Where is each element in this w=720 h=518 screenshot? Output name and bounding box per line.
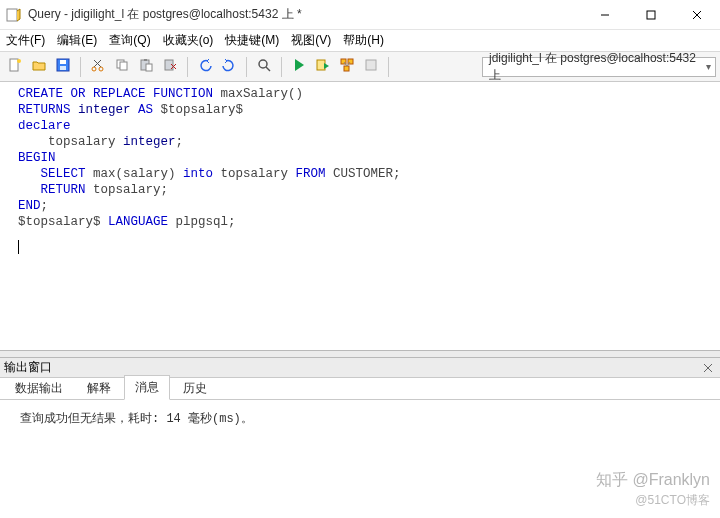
new-file-button[interactable]: [4, 56, 26, 78]
titlebar: Query - jdigilight_l 在 postgres@localhos…: [0, 0, 720, 30]
output-panel-title: 输出窗口: [0, 358, 720, 378]
toolbar-separator: [80, 57, 81, 77]
new-file-icon: [7, 57, 23, 76]
save-button[interactable]: [52, 56, 74, 78]
svg-rect-25: [344, 66, 349, 71]
svg-rect-15: [120, 62, 127, 70]
stop-button[interactable]: [360, 56, 382, 78]
toolbar-separator: [246, 57, 247, 77]
cut-button[interactable]: [87, 56, 109, 78]
text-cursor: [18, 240, 714, 254]
svg-rect-5: [10, 59, 18, 71]
toolbar-separator: [281, 57, 282, 77]
output-body: 查询成功但无结果，耗时: 14 毫秒(ms)。: [0, 400, 720, 500]
search-icon: [256, 57, 272, 76]
run-pgscript-button[interactable]: [312, 56, 334, 78]
svg-rect-9: [60, 66, 66, 70]
svg-rect-17: [144, 59, 147, 61]
explain-icon: [339, 57, 355, 76]
toolbar: jdigilight_l 在 postgres@localhost:5432 上…: [0, 52, 720, 82]
toolbar-separator: [187, 57, 188, 77]
menu-edit[interactable]: 编辑(E): [57, 32, 97, 49]
minimize-button[interactable]: [582, 0, 628, 30]
menu-file[interactable]: 文件(F): [6, 32, 45, 49]
svg-rect-0: [7, 9, 17, 21]
undo-icon: [197, 57, 213, 76]
sql-code[interactable]: CREATE OR REPLACE FUNCTION maxSalary() R…: [18, 86, 714, 230]
tab-messages[interactable]: 消息: [124, 375, 170, 400]
toolbar-separator: [388, 57, 389, 77]
connection-label: jdigilight_l 在 postgres@localhost:5432 上: [489, 50, 706, 84]
svg-point-20: [259, 60, 267, 68]
svg-rect-2: [647, 11, 655, 19]
clear-button[interactable]: [159, 56, 181, 78]
clear-icon: [162, 57, 178, 76]
menu-favorites[interactable]: 收藏夹(o): [163, 32, 214, 49]
output-title-text: 输出窗口: [4, 359, 52, 376]
output-message: 查询成功但无结果，耗时: 14 毫秒(ms)。: [20, 410, 714, 428]
output-tabs: 数据输出 解释 消息 历史: [0, 378, 720, 400]
svg-rect-22: [317, 60, 325, 70]
copy-icon: [114, 57, 130, 76]
redo-icon: [221, 57, 237, 76]
svg-rect-28: [366, 60, 376, 70]
run-icon: [291, 57, 307, 76]
search-button[interactable]: [253, 56, 275, 78]
menu-shortcuts[interactable]: 快捷键(M): [225, 32, 279, 49]
open-folder-icon: [31, 57, 47, 76]
run-button[interactable]: [288, 56, 310, 78]
undo-button[interactable]: [194, 56, 216, 78]
svg-rect-8: [60, 60, 66, 64]
chevron-down-icon: ▾: [706, 61, 711, 72]
open-button[interactable]: [28, 56, 50, 78]
cut-icon: [90, 57, 106, 76]
explain-button[interactable]: [336, 56, 358, 78]
svg-line-21: [266, 67, 270, 71]
svg-point-13: [99, 67, 103, 71]
menu-view[interactable]: 视图(V): [291, 32, 331, 49]
tab-data-output[interactable]: 数据输出: [4, 376, 74, 400]
stop-icon: [363, 57, 379, 76]
svg-rect-18: [146, 64, 152, 71]
close-button[interactable]: [674, 0, 720, 30]
menu-help[interactable]: 帮助(H): [343, 32, 384, 49]
menu-query[interactable]: 查询(Q): [109, 32, 150, 49]
tab-explain[interactable]: 解释: [76, 376, 122, 400]
paste-button[interactable]: [135, 56, 157, 78]
redo-button[interactable]: [218, 56, 240, 78]
connection-combo[interactable]: jdigilight_l 在 postgres@localhost:5432 上…: [482, 57, 716, 77]
svg-point-6: [17, 59, 21, 63]
window-title: Query - jdigilight_l 在 postgres@localhos…: [28, 6, 582, 23]
svg-point-12: [92, 67, 96, 71]
app-icon: [6, 7, 22, 23]
copy-button[interactable]: [111, 56, 133, 78]
pin-icon[interactable]: [700, 360, 716, 376]
maximize-button[interactable]: [628, 0, 674, 30]
run-pgscript-icon: [315, 57, 331, 76]
horizontal-splitter[interactable]: [0, 350, 720, 358]
sql-editor[interactable]: CREATE OR REPLACE FUNCTION maxSalary() R…: [0, 82, 720, 350]
save-icon: [55, 57, 71, 76]
paste-icon: [138, 57, 154, 76]
tab-history[interactable]: 历史: [172, 376, 218, 400]
